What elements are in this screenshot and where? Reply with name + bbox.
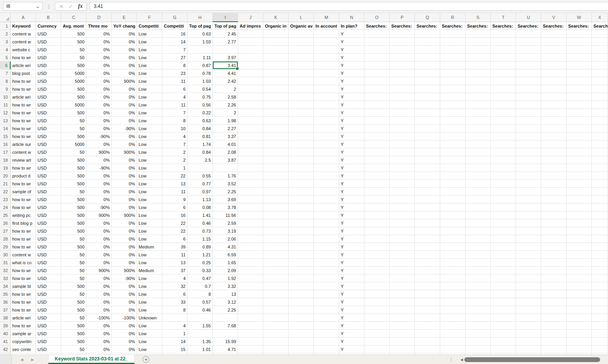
cell-F14[interactable]: Low [137,125,162,133]
cell-B2[interactable]: USD [36,30,61,38]
cell-A33[interactable]: how to wr [11,274,36,282]
cell-E17[interactable]: 900% [112,148,137,156]
cell-Q27[interactable] [415,227,440,235]
cell-C35[interactable]: 50 [61,290,86,298]
row-header-36[interactable]: 36 [0,298,11,306]
cell-Q4[interactable] [415,46,440,54]
cell-T12[interactable] [491,109,516,117]
cell-O30[interactable] [364,251,390,259]
cell-R10[interactable] [440,93,465,101]
row-header-17[interactable]: 17 [0,148,11,156]
cell-S41[interactable] [465,338,491,345]
row-header-1[interactable]: 1 [0,22,11,30]
cell-M1[interactable]: In account [314,22,339,30]
cell-J6[interactable] [238,62,263,69]
cell-C29[interactable]: 500 [61,243,86,251]
cell-N1[interactable]: In plan? [339,22,364,30]
cell-U38[interactable] [516,314,541,322]
cell-F4[interactable]: Low [137,46,162,54]
cell-C16[interactable]: 5000 [61,140,86,148]
cell-E11[interactable]: 0% [112,101,137,109]
cell-V42[interactable] [541,345,567,353]
cell-M34[interactable] [314,282,339,290]
cell-H12[interactable]: 0.22 [188,109,213,117]
cell-T1[interactable]: Searches: [491,22,516,30]
cell-S39[interactable] [465,322,491,330]
cell-R38[interactable] [440,314,465,322]
cell-U37[interactable] [516,306,541,314]
cell-T3[interactable] [491,38,516,46]
cell-P36[interactable] [390,298,415,306]
row-header-21[interactable]: 21 [0,180,11,188]
cell-L25[interactable] [289,211,314,219]
cell-M25[interactable] [314,211,339,219]
cell-S23[interactable] [465,196,491,203]
cell-V21[interactable] [541,180,567,188]
cell-O6[interactable] [364,62,390,69]
cell-E33[interactable]: -90% [112,274,137,282]
cell-D38[interactable]: -100% [86,314,112,322]
cell-H6[interactable]: 0.87 [188,62,213,69]
cell-U41[interactable] [516,338,541,345]
cell-N23[interactable]: Y [339,196,364,203]
cell-H32[interactable]: 0.33 [188,267,213,274]
cell-N6[interactable]: Y [339,62,364,69]
cell-N28[interactable]: Y [339,235,364,243]
row-header-40[interactable]: 40 [0,330,11,338]
cell-W23[interactable] [567,196,592,203]
cell-R24[interactable] [440,203,465,211]
cell-I27[interactable]: 3.19 [213,227,238,235]
cell-B3[interactable]: USD [36,38,61,46]
cell-G37[interactable]: 8 [162,306,188,314]
cell-I41[interactable]: 15.99 [213,338,238,345]
cell-M18[interactable] [314,156,339,164]
cell-R17[interactable] [440,148,465,156]
cell-B35[interactable]: USD [36,290,61,298]
cell-Q3[interactable] [415,38,440,46]
cell-J2[interactable] [238,30,263,38]
column-header-N[interactable]: N [339,13,364,22]
cell-E22[interactable]: 0% [112,188,137,196]
cell-F25[interactable]: Low [137,211,162,219]
insert-function-icon[interactable]: fx [78,3,83,9]
cell-C7[interactable]: 5000 [61,69,86,77]
cell-P11[interactable] [390,101,415,109]
cell-W32[interactable] [567,267,592,274]
cell-V2[interactable] [541,30,567,38]
cell-I39[interactable]: 7.68 [213,322,238,330]
cell-O22[interactable] [364,188,390,196]
cell-T5[interactable] [491,54,516,62]
cell-O24[interactable] [364,203,390,211]
cell-B12[interactable]: USD [36,109,61,117]
cell-P3[interactable] [390,38,415,46]
cell-O3[interactable] [364,38,390,46]
column-header-W[interactable]: W [567,13,592,22]
cell-F21[interactable]: Low [137,180,162,188]
cell-Q23[interactable] [415,196,440,203]
cell-S29[interactable] [465,243,491,251]
cell-C19[interactable]: 500 [61,164,86,172]
cell-H38[interactable] [188,314,213,322]
row-header-29[interactable]: 29 [0,243,11,251]
cell-U15[interactable] [516,133,541,140]
cell-A27[interactable]: how to wr [11,227,36,235]
cell-V40[interactable] [541,330,567,338]
cell-P23[interactable] [390,196,415,203]
column-header-F[interactable]: F [137,13,162,22]
cell-D34[interactable]: 0% [86,282,112,290]
cell-O16[interactable] [364,140,390,148]
row-header-13[interactable]: 13 [0,117,11,125]
cell-Q7[interactable] [415,69,440,77]
cell-V11[interactable] [541,101,567,109]
cell-S7[interactable] [465,69,491,77]
cell-T36[interactable] [491,298,516,306]
cell-K26[interactable] [263,219,289,227]
cell-W2[interactable] [567,30,592,38]
cell-L42[interactable] [289,345,314,353]
cell-M6[interactable] [314,62,339,69]
cell-I38[interactable] [213,314,238,322]
cell-U25[interactable] [516,211,541,219]
cell-S3[interactable] [465,38,491,46]
cell-D35[interactable]: 0% [86,290,112,298]
cell-I3[interactable]: 2.77 [213,38,238,46]
